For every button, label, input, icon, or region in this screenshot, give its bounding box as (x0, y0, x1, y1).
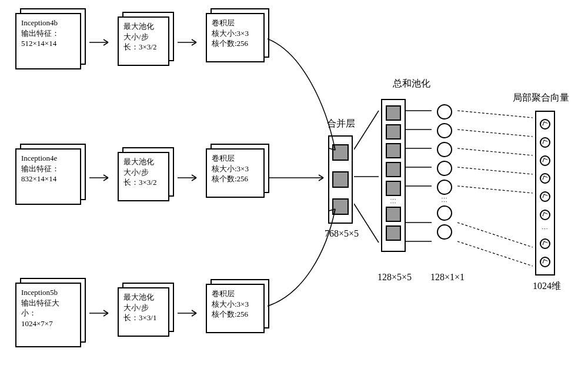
svg-line-9 (354, 204, 379, 243)
pool-cell (386, 143, 401, 158)
inception4b-block: Inception4b 输出特征： 512×14×14 (15, 13, 81, 69)
vector-dim: 1024维 (526, 280, 567, 293)
pool-cell (386, 162, 401, 177)
sumpool-output-col: ······ (432, 99, 457, 252)
pool-cell (386, 207, 401, 222)
sumpool-input-col: ······ (381, 99, 406, 252)
maxpool-block-1: 最大池化 大小/步 长：3×3/2 (118, 16, 169, 66)
vec-cell (540, 137, 550, 148)
arrow-icon (178, 36, 201, 48)
circle-node (437, 205, 452, 221)
concat-cell (332, 171, 349, 188)
ellipsis-icon: ······ (390, 198, 397, 205)
vec-cell (540, 257, 550, 267)
arrow-icon (89, 307, 113, 319)
vec-cell (540, 210, 550, 220)
circle-node (437, 224, 452, 240)
circle-node (437, 142, 452, 157)
circle-node (437, 104, 452, 120)
arrow-icon (268, 35, 344, 159)
inception4e-block: Inception4e 输出特征： 832×14×14 (15, 148, 81, 205)
inception-name: Inception4b (21, 18, 75, 28)
arrow-icon (89, 36, 113, 48)
svg-line-7 (354, 111, 379, 150)
svg-line-20 (457, 167, 533, 174)
vec-cell (540, 155, 550, 166)
vec-cell (540, 238, 550, 249)
circle-node (437, 161, 452, 176)
inception5b-block: Inception5b 输出特征大 小： 1024×7×7 (15, 283, 81, 347)
svg-line-17 (457, 111, 533, 118)
maxpool-block-3: 最大池化 大小/步 长：3×3/1 (118, 287, 169, 337)
vec-cell (540, 119, 550, 130)
svg-line-22 (457, 223, 533, 247)
arrow-icon (269, 172, 328, 184)
maxpool-block-2: 最大池化 大小/步 长：3×3/2 (118, 152, 169, 201)
svg-line-19 (457, 148, 533, 155)
svg-line-18 (457, 130, 533, 137)
sumpool-dim1: 128×5×5 (368, 272, 421, 283)
conv-block-1: 卷积层 核大小:3×3 核个数:256 (206, 13, 265, 62)
vec-cell (540, 191, 550, 202)
arrow-icon (89, 172, 113, 184)
sumpool-label: 总和池化 (382, 78, 441, 90)
local-agg-vector: ··· (535, 111, 555, 276)
pool-cell (386, 225, 401, 241)
vec-cell (540, 173, 550, 184)
svg-line-23 (457, 241, 533, 266)
arrow-icon (268, 206, 344, 324)
connector-lines (406, 100, 433, 251)
ellipsis-icon: ··· (542, 227, 549, 231)
pool-cell (386, 124, 401, 140)
pool-cell (386, 105, 401, 121)
ellipsis-icon: ······ (442, 197, 448, 204)
circle-node (437, 123, 452, 138)
arrow-icon (178, 307, 201, 319)
arrow-icon (354, 101, 381, 252)
pool-cell (386, 181, 401, 196)
arrow-icon (178, 172, 201, 184)
conv-block-2: 卷积层 核大小:3×3 核个数:256 (206, 148, 265, 198)
svg-line-21 (457, 186, 533, 193)
conv-block-3: 卷积层 核大小:3×3 核个数:256 (206, 284, 265, 333)
circle-node (437, 180, 452, 195)
dashed-connections (457, 100, 535, 277)
